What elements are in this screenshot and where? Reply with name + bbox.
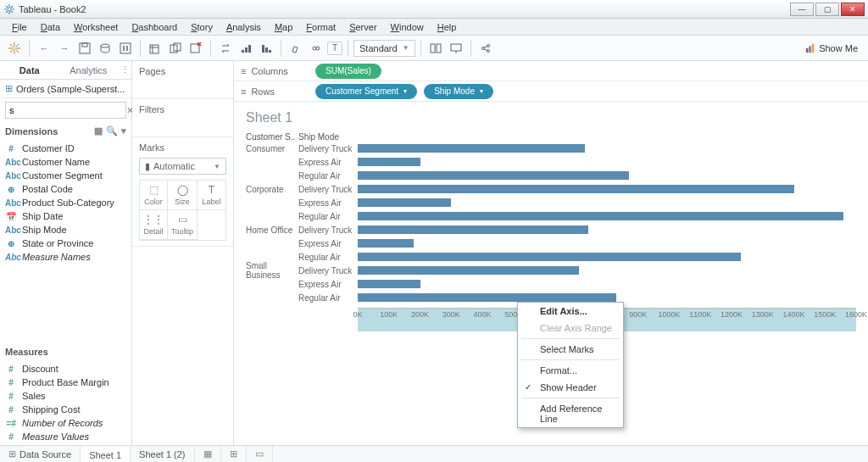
ctx-select-marks[interactable]: Select Marks (518, 341, 623, 358)
swap-icon[interactable] (216, 39, 235, 58)
duplicate-icon[interactable] (166, 39, 185, 58)
ctx-add-reference-line[interactable]: Add Reference Line (518, 400, 623, 427)
pill-customer-segment[interactable]: Customer Segment▾ (315, 84, 417, 99)
sort-asc-icon[interactable] (236, 39, 255, 58)
bar[interactable] (358, 280, 420, 288)
menu-server[interactable]: Server (342, 20, 383, 34)
menu-data[interactable]: Data (34, 20, 67, 34)
rows-icon: ≡ (241, 86, 246, 97)
field-ship-date[interactable]: 📅Ship Date (0, 209, 131, 223)
bar[interactable] (358, 171, 629, 180)
field-customer-name[interactable]: AbcCustomer Name (0, 155, 131, 169)
field-product-base-margin[interactable]: #Product Base Margin (0, 376, 131, 389)
minimize-button[interactable]: — (790, 3, 814, 16)
cards-icon[interactable] (426, 39, 445, 58)
menu-worksheet[interactable]: Worksheet (67, 20, 125, 34)
bar[interactable] (358, 293, 616, 302)
ctx-edit-axis-[interactable]: Edit Axis... (518, 303, 623, 320)
ctx-show-header[interactable]: ✓Show Header (518, 379, 623, 396)
tab-analytics[interactable]: Analytics (59, 61, 119, 79)
menu-window[interactable]: Window (384, 20, 431, 34)
svg-rect-33 (812, 43, 815, 52)
highlight-icon[interactable] (287, 39, 305, 58)
chevron-down-icon[interactable]: ▾ (121, 125, 126, 136)
menu-map[interactable]: Map (268, 20, 299, 34)
pill-sum-sales[interactable]: SUM(Sales) (315, 64, 381, 79)
bar[interactable] (358, 158, 420, 166)
rows-shelf[interactable]: ≡Rows Customer Segment▾ Ship Mode▾ (234, 81, 868, 102)
datasource-row[interactable]: ⊞ Orders (Sample-Superst... (0, 80, 131, 98)
sheet-title[interactable]: Sheet 1 (246, 110, 856, 125)
menu-analysis[interactable]: Analysis (220, 20, 268, 34)
field-search[interactable]: ✕ (5, 102, 126, 119)
field-search-input[interactable] (9, 105, 126, 115)
field-customer-segment[interactable]: AbcCustomer Segment (0, 169, 131, 182)
field-product-sub-category[interactable]: AbcProduct Sub-Category (0, 196, 131, 209)
sheet-tab[interactable]: Sheet 1 (2) (131, 446, 194, 462)
group-icon[interactable] (307, 39, 326, 58)
sort-desc-icon[interactable] (257, 39, 275, 58)
columns-shelf[interactable]: ≡Columns SUM(Sales) (234, 61, 868, 81)
close-button[interactable]: ✕ (841, 3, 865, 16)
show-me-button[interactable]: Show Me (800, 42, 863, 55)
new-dashboard-button[interactable]: ⊞ (221, 446, 247, 462)
bar[interactable] (358, 144, 585, 153)
chart-row: Home OfficeDelivery Truck (246, 223, 856, 237)
menu-help[interactable]: Help (431, 20, 464, 34)
pages-shelf[interactable]: Pages (132, 61, 233, 99)
menu-dashboard[interactable]: Dashboard (125, 20, 184, 34)
field-number-of-records[interactable]: =#Number of Records (0, 416, 131, 430)
clear-icon[interactable] (186, 39, 205, 58)
field-state-or-province[interactable]: ⊕State or Province (0, 237, 131, 250)
marks-detail[interactable]: ⋮⋮Detail (140, 210, 168, 240)
new-story-button[interactable]: ▭ (247, 446, 273, 462)
maximize-button[interactable]: ▢ (815, 3, 839, 16)
menu-format[interactable]: Format (299, 20, 342, 34)
sheet-tab[interactable]: Sheet 1 (81, 446, 131, 462)
bar[interactable] (358, 225, 588, 234)
share-icon[interactable] (476, 39, 495, 58)
field-measure-values[interactable]: #Measure Values (0, 430, 131, 443)
datasource-tab[interactable]: ⊞Data Source (0, 446, 81, 462)
menu-file[interactable]: File (5, 20, 34, 34)
pause-icon[interactable] (116, 39, 135, 58)
tableau-icon[interactable] (5, 39, 24, 58)
bar[interactable] (358, 185, 794, 193)
marks-label[interactable]: TLabel (198, 181, 225, 210)
presentation-icon[interactable] (447, 39, 465, 58)
field-sales[interactable]: #Sales (0, 389, 131, 403)
pill-ship-mode[interactable]: Ship Mode▾ (424, 84, 493, 99)
fit-dropdown[interactable]: Standard ▼ (353, 40, 415, 57)
field-discount[interactable]: #Discount (0, 362, 131, 376)
field-measure-names[interactable]: AbcMeasure Names (0, 250, 131, 264)
save-icon[interactable] (75, 39, 94, 58)
ctx-format-[interactable]: Format... (518, 362, 623, 379)
new-datasource-icon[interactable] (96, 39, 114, 58)
view-icon[interactable]: ▦ (94, 125, 103, 136)
field-shipping-cost[interactable]: #Shipping Cost (0, 403, 131, 416)
chevron-down-icon: ▼ (214, 163, 220, 170)
field-postal-code[interactable]: ⊕Postal Code (0, 182, 131, 196)
bar[interactable] (358, 212, 843, 220)
bar[interactable] (358, 253, 741, 261)
tab-data[interactable]: Data (0, 61, 59, 79)
text-icon[interactable]: T (327, 42, 342, 55)
bar[interactable] (358, 198, 451, 207)
marks-size[interactable]: ◯Size (168, 181, 198, 210)
redo-icon[interactable]: → (55, 39, 74, 58)
marks-color[interactable]: ⬚Color (140, 181, 168, 210)
new-worksheet-button[interactable]: ▦ (195, 446, 221, 462)
field-customer-id[interactable]: #Customer ID (0, 142, 131, 155)
filters-shelf[interactable]: Filters (132, 99, 233, 137)
new-worksheet-icon[interactable] (146, 39, 164, 58)
marks-type-dropdown[interactable]: ▮ Automatic ▼ (139, 158, 226, 175)
marks-tooltip[interactable]: ▭Tooltip (168, 210, 198, 240)
bar[interactable] (358, 239, 414, 248)
bar[interactable] (358, 266, 579, 275)
axis-tick: 1600K (845, 310, 867, 319)
search-icon[interactable]: 🔍 (106, 125, 118, 136)
menu-story[interactable]: Story (184, 20, 220, 34)
undo-icon[interactable]: ← (35, 39, 53, 58)
field-ship-mode[interactable]: AbcShip Mode (0, 223, 131, 237)
pane-menu-icon[interactable]: ⋮ (118, 61, 131, 79)
